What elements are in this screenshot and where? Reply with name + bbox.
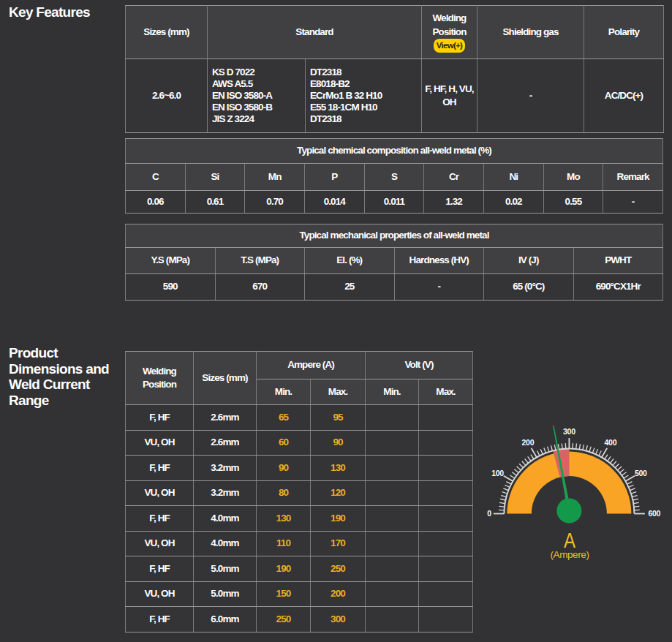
svg-text:300: 300	[563, 427, 575, 436]
svg-text:400: 400	[605, 438, 617, 447]
svg-text:0: 0	[487, 509, 491, 518]
svg-text:100: 100	[491, 469, 504, 477]
svg-text:600: 600	[648, 509, 660, 518]
svg-text:200: 200	[522, 438, 535, 447]
svg-text:500: 500	[635, 469, 647, 477]
